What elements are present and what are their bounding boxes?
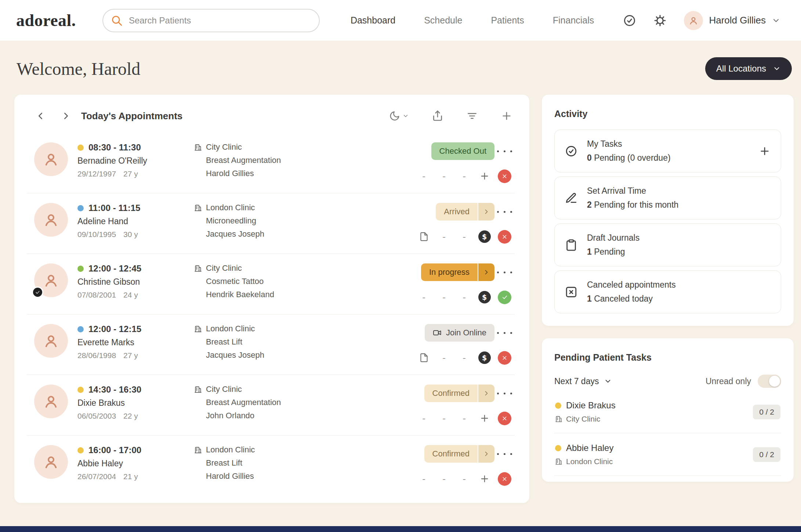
advance-status-button[interactable] [478, 385, 494, 402]
gear-icon[interactable] [653, 14, 667, 28]
search-input[interactable] [129, 15, 315, 26]
status-label: Checked Out [439, 146, 486, 156]
locations-dropdown-button[interactable]: All Locations [705, 57, 792, 80]
user-menu[interactable]: Harold Gillies [684, 11, 780, 30]
clinic-name: City Clinic [566, 415, 600, 423]
user-avatar [684, 11, 703, 30]
plus-icon [759, 145, 771, 157]
status-badge-confirmed[interactable]: Confirmed [424, 385, 478, 402]
locations-label: All Locations [716, 63, 766, 74]
status-badge-confirmed[interactable]: Confirmed [424, 445, 478, 463]
row-menu-button[interactable] [494, 147, 515, 156]
status-dot [555, 445, 561, 451]
cancel-appointment-button[interactable] [498, 472, 511, 486]
patient-dob: 07/08/2001 [77, 291, 116, 299]
date-range-dropdown[interactable]: Next 7 days [554, 376, 612, 386]
dollar-icon: $ [482, 233, 487, 241]
status-dot [77, 326, 84, 332]
row-menu-button[interactable] [494, 268, 515, 277]
plus-icon [501, 110, 512, 122]
patient-dob: 28/06/1998 [77, 351, 116, 360]
join-online-button[interactable]: Join Online [425, 324, 494, 342]
activity-value: 1 [587, 294, 592, 303]
status-badge-checked-out[interactable]: Checked Out [431, 142, 494, 160]
clinic-name: City Clinic [206, 385, 242, 394]
advance-status-button[interactable] [478, 263, 494, 281]
appointment-row[interactable]: 12:00 - 12:45 Christine Gibson 07/08/200… [27, 254, 515, 314]
status-label: Confirmed [432, 389, 470, 398]
status-badge-in-progress[interactable]: In progress [421, 263, 478, 281]
main-menu: Dashboard Schedule Patients Financials [351, 15, 594, 26]
procedure-name: Cosmetic Tattoo [206, 277, 400, 286]
empty-action: - [454, 411, 474, 426]
document-button[interactable] [419, 353, 429, 362]
brand-logo[interactable]: adoreal. [16, 11, 76, 30]
check-circle-icon[interactable] [623, 14, 636, 27]
add-action-button[interactable] [479, 474, 490, 484]
unread-only-toggle[interactable] [758, 375, 781, 388]
appointment-row[interactable]: 11:00 - 11:15 Adeline Hand 09/10/199530 … [27, 193, 515, 254]
cancel-appointment-button[interactable] [498, 412, 511, 425]
add-action-button[interactable] [479, 413, 490, 423]
payment-button[interactable]: $ [478, 351, 491, 364]
complete-button[interactable] [498, 291, 511, 304]
patient-name: Everette Marks [77, 338, 194, 347]
row-menu-button[interactable] [494, 208, 515, 216]
todays-appointments-card: Today's Appointments [14, 95, 529, 503]
nav-patients[interactable]: Patients [491, 15, 524, 26]
nav-schedule[interactable]: Schedule [424, 15, 462, 26]
next-day-button[interactable] [61, 110, 72, 121]
appointment-row[interactable]: 14:30 - 16:30 Dixie Brakus 06/05/200322 … [27, 375, 515, 435]
advance-status-button[interactable] [478, 445, 494, 463]
activity-item-title: Draft Journals [587, 233, 771, 243]
previous-day-button[interactable] [35, 110, 46, 121]
row-menu-button[interactable] [494, 450, 515, 458]
nav-financials[interactable]: Financials [553, 15, 594, 26]
filter-button[interactable] [466, 110, 478, 122]
status-dot [77, 387, 84, 393]
cancel-appointment-button[interactable] [498, 170, 511, 183]
add-action-button[interactable] [479, 171, 490, 181]
pending-patient-row[interactable]: Dixie Brakus City Clinic 0 / 2 [554, 391, 781, 433]
status-badge-arrived[interactable]: Arrived [436, 203, 478, 221]
activity-value: 0 [587, 153, 592, 163]
empty-action: - [454, 290, 474, 305]
patient-search[interactable] [102, 9, 320, 32]
row-menu-button[interactable] [494, 329, 515, 337]
appointment-row[interactable]: 08:30 - 11:30 Bernadine O'Reilly 29/12/1… [27, 133, 515, 193]
x-icon [501, 355, 508, 361]
practitioner-name: Hendrik Baekeland [206, 290, 400, 299]
toggle-knob [769, 376, 780, 387]
night-mode-dropdown[interactable] [389, 110, 409, 121]
add-task-button[interactable] [759, 145, 771, 157]
patient-name: Adeline Hand [77, 216, 194, 226]
filter-icon [466, 110, 478, 122]
row-menu-button[interactable] [494, 389, 515, 398]
practitioner-name: John Orlando [206, 411, 400, 420]
empty-action: - [434, 471, 454, 486]
activity-item-draft-journals[interactable]: Draft Journals 1 Pending [554, 223, 781, 266]
appointment-row[interactable]: 16:00 - 17:00 Abbie Haley 26/07/200421 y… [27, 435, 515, 496]
document-button[interactable] [419, 232, 429, 241]
activity-detail: Pending (0 overdue) [594, 153, 670, 163]
advance-status-button[interactable] [478, 203, 494, 221]
clinic-name: City Clinic [206, 263, 242, 273]
cancel-appointment-button[interactable] [498, 351, 511, 365]
patient-avatar [34, 203, 68, 237]
chevron-down-icon [772, 16, 780, 25]
cancel-appointment-button[interactable] [498, 230, 511, 244]
add-appointment-button[interactable] [501, 110, 512, 122]
activity-item-my-tasks[interactable]: My Tasks 0 Pending (0 overdue) [554, 130, 781, 172]
chevron-right-icon [483, 450, 490, 458]
pending-patient-row[interactable]: Abbie Haley London Clinic 0 / 2 [554, 433, 781, 476]
activity-item-set-arrival-time[interactable]: Set Arrival Time 2 Pending for this mont… [554, 176, 781, 219]
export-button[interactable] [432, 110, 443, 122]
patient-dob: 29/12/1997 [77, 170, 116, 178]
payment-button[interactable]: $ [478, 230, 491, 243]
payment-button[interactable]: $ [478, 291, 491, 303]
nav-dashboard[interactable]: Dashboard [351, 15, 395, 26]
empty-action: - [414, 411, 434, 426]
person-icon [42, 150, 60, 168]
activity-item-canceled-appointments[interactable]: Canceled appointments 1 Canceled today [554, 270, 781, 313]
appointment-row[interactable]: 12:00 - 12:15 Everette Marks 28/06/19982… [27, 314, 515, 375]
